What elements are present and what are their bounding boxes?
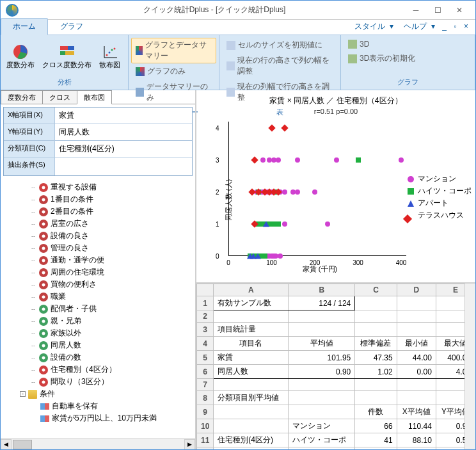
condition-icon xyxy=(40,403,49,410)
tree-item[interactable]: --間取り（3区分） xyxy=(2,376,194,388)
adjust-col-by-row-option[interactable]: 現在の行の高さで列の幅を調整 xyxy=(222,53,338,79)
tree-item[interactable]: --2番目の条件 xyxy=(2,205,194,218)
data-point xyxy=(312,189,317,195)
tree-item[interactable]: --管理の良さ xyxy=(2,242,194,254)
svg-point-8 xyxy=(108,52,110,54)
data-point xyxy=(295,189,300,195)
horizontal-scrollbar[interactable]: ◀ ▶ xyxy=(1,438,195,449)
tree-item[interactable]: --設備の数 xyxy=(2,351,194,364)
tree-item[interactable]: --重視する設備 xyxy=(2,181,194,193)
tree-folder[interactable]: -条件 xyxy=(2,388,194,400)
reset-3d-option[interactable]: 3D表示の初期化 xyxy=(344,51,472,66)
legend-item: テラスハウス xyxy=(408,210,472,221)
data-point xyxy=(356,157,361,163)
tree-item[interactable]: --家族以外 xyxy=(2,327,194,339)
variable-type-icon xyxy=(39,378,48,387)
variable-type-icon xyxy=(39,293,48,301)
cell-icon xyxy=(226,61,235,70)
maximize-button[interactable]: ☐ xyxy=(427,3,448,18)
minimize-button[interactable]: ─ xyxy=(405,3,427,18)
tree-item[interactable]: --配偶者・子供 xyxy=(2,303,194,315)
variable-type-icon xyxy=(39,280,48,289)
data-point xyxy=(268,124,275,131)
graph-and-summary-option[interactable]: グラフとデータサマリー xyxy=(131,38,216,63)
close-button[interactable]: ✕ xyxy=(448,3,470,18)
variable-tree[interactable]: --重視する設備--1番目の条件--2番目の条件--居室の広さ--設備の良さ--… xyxy=(1,179,195,438)
scatter-icon xyxy=(101,43,119,61)
tree-item-label: 2番目の条件 xyxy=(51,206,93,217)
freq-dist-button[interactable]: 度数分布 xyxy=(3,38,38,75)
y-axis-field[interactable]: 同居人数 xyxy=(55,124,192,140)
ribbon-tab-graph[interactable]: グラフ xyxy=(48,18,95,35)
tree-item-label: 家族以外 xyxy=(51,328,81,339)
condition-icon xyxy=(40,415,49,422)
reset-cell-size-option[interactable]: セルのサイズを初期値に xyxy=(222,38,338,52)
scroll-thumb[interactable] xyxy=(13,440,32,449)
chart-title: 家賃 × 同居人数 ／ 住宅種別（4区分） xyxy=(202,95,470,106)
tree-item[interactable]: --同居人数 xyxy=(2,339,194,351)
data-point xyxy=(276,157,281,163)
variable-type-icon xyxy=(39,341,48,350)
help-menu[interactable]: ヘルプ ▾ xyxy=(401,22,435,31)
cross-freq-button[interactable]: クロス度数分布 xyxy=(39,38,95,75)
x-axis-field[interactable]: 家賃 xyxy=(55,108,192,124)
col-header[interactable]: D xyxy=(397,284,436,296)
tree-item-label: 設備の数 xyxy=(51,352,81,363)
col-header[interactable]: C xyxy=(355,284,397,296)
style-menu[interactable]: スタイル ▾ xyxy=(352,22,393,31)
summary-table[interactable]: A B C D E 1有効サンプル数124 / 124 2 3項目統計量 4項目… xyxy=(196,284,475,449)
pie-mini-icon xyxy=(136,67,145,76)
data-tab-scatter[interactable]: 散布図 xyxy=(77,90,112,104)
3d-toggle-option[interactable]: 3D xyxy=(344,38,472,51)
tree-item[interactable]: 自動車を保有 xyxy=(2,400,194,412)
scroll-right-button[interactable]: ▶ xyxy=(184,439,195,450)
tree-item[interactable]: --職業 xyxy=(2,291,194,303)
scatter-button[interactable]: 散布図 xyxy=(96,38,123,75)
tree-item[interactable]: 家賃が5万円以上、10万円未満 xyxy=(2,412,194,424)
tree-item-label: 居室の広さ xyxy=(51,218,89,229)
pie-mini-icon xyxy=(136,46,143,55)
svg-point-9 xyxy=(111,49,113,51)
data-tab-cross[interactable]: クロス xyxy=(42,90,77,104)
condition-label: 抽出条件(S) xyxy=(4,157,55,175)
chart-legend: マンションハイツ・コーポアパートテラスハウス xyxy=(408,173,472,222)
mdi-close-icon[interactable]: × xyxy=(464,22,468,31)
tree-item[interactable]: --設備の良さ xyxy=(2,230,194,242)
corner-cell[interactable] xyxy=(197,284,214,296)
data-point xyxy=(399,157,404,163)
tree-item[interactable]: --周囲の住宅環境 xyxy=(2,266,194,278)
data-point xyxy=(255,253,261,259)
tree-item[interactable]: --住宅種別（4区分） xyxy=(2,364,194,376)
legend-item: ハイツ・コーポ xyxy=(408,186,472,197)
vertical-scrollbar[interactable] xyxy=(464,284,475,449)
variable-type-icon xyxy=(39,329,48,338)
scroll-left-button[interactable]: ◀ xyxy=(1,439,12,450)
tree-item[interactable]: --1番目の条件 xyxy=(2,193,194,205)
stacked-bar-icon xyxy=(58,43,76,61)
data-tab-freq[interactable]: 度数分布 xyxy=(1,90,43,104)
tree-item[interactable]: --親・兄弟 xyxy=(2,315,194,327)
ribbon-tab-home[interactable]: ホーム xyxy=(1,18,48,35)
tree-item-label: 住宅種別（4区分） xyxy=(51,364,116,375)
tree-item[interactable]: --通勤・通学の便 xyxy=(2,254,194,266)
variable-type-icon xyxy=(39,317,48,326)
tree-item-label: 自動車を保有 xyxy=(52,401,98,412)
tree-item[interactable]: --居室の広さ xyxy=(2,218,194,230)
mdi-minimize-icon[interactable]: _ xyxy=(442,22,447,31)
variable-type-icon xyxy=(39,305,48,314)
variable-type-icon xyxy=(39,256,48,265)
folder-icon xyxy=(28,390,37,399)
col-header[interactable]: B xyxy=(289,284,355,296)
data-point xyxy=(282,189,287,195)
data-point xyxy=(263,221,269,227)
tree-item[interactable]: --買物の便利さ xyxy=(2,278,194,291)
mdi-restore-icon[interactable]: ▫ xyxy=(454,22,456,31)
variable-type-icon xyxy=(39,220,48,229)
category-field[interactable]: 住宅種別(4区分) xyxy=(55,141,192,157)
condition-field[interactable] xyxy=(55,157,192,175)
group-analysis-label: 分析 xyxy=(2,76,127,88)
col-header[interactable]: A xyxy=(214,284,289,296)
data-point xyxy=(260,157,266,163)
chart-subtitle: r=0.51 p=0.00 xyxy=(202,108,470,115)
graph-only-option[interactable]: グラフのみ xyxy=(131,64,216,79)
